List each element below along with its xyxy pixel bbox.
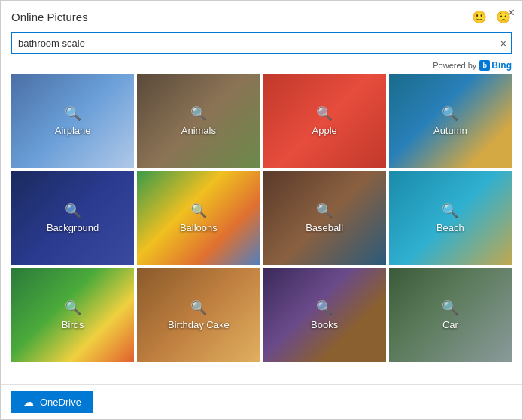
- grid-item-overlay-birds: 🔍Birds: [11, 268, 134, 362]
- bing-label: Bing: [491, 60, 512, 71]
- grid-item-search-icon-books: 🔍: [316, 300, 333, 316]
- grid-item-background[interactable]: 🔍Background: [11, 171, 134, 265]
- grid-item-beach[interactable]: 🔍Beach: [389, 171, 512, 265]
- title-bar: Online Pictures 🙂 😟 ×: [1, 1, 522, 29]
- grid-item-search-icon-car: 🔍: [442, 300, 458, 316]
- grid-item-search-icon-autumn: 🔍: [442, 105, 458, 122]
- grid-item-overlay-books: 🔍Books: [263, 268, 386, 362]
- smiley-icon-btn[interactable]: 🙂: [471, 8, 488, 25]
- grid-item-label-beach: Beach: [436, 222, 464, 233]
- bing-icon: b: [479, 60, 490, 71]
- powered-by-text: Powered by: [433, 61, 476, 70]
- dialog-title: Online Pictures: [11, 11, 88, 23]
- grid-item-autumn[interactable]: 🔍Autumn: [389, 74, 512, 168]
- grid-item-search-icon-background: 🔍: [65, 202, 81, 219]
- search-input[interactable]: [12, 33, 511, 53]
- grid-item-search-icon-animals: 🔍: [190, 105, 207, 122]
- onedrive-icon: ☁: [23, 396, 34, 408]
- image-grid: 🔍Airplane🔍Animals🔍Apple🔍Autumn🔍Backgroun…: [11, 74, 522, 362]
- grid-item-search-icon-beach: 🔍: [442, 202, 458, 219]
- grid-item-overlay-birthday-cake: 🔍Birthday Cake: [137, 268, 260, 362]
- grid-item-overlay-balloons: 🔍Balloons: [137, 171, 260, 265]
- grid-item-animals[interactable]: 🔍Animals: [137, 74, 260, 168]
- online-pictures-dialog: Online Pictures 🙂 😟 × × Powered by b Bin…: [0, 0, 523, 420]
- grid-item-label-airplane: Airplane: [55, 125, 91, 136]
- grid-item-overlay-apple: 🔍Apple: [263, 74, 386, 168]
- grid-item-overlay-animals: 🔍Animals: [137, 74, 260, 168]
- grid-item-apple[interactable]: 🔍Apple: [263, 74, 386, 168]
- grid-item-overlay-beach: 🔍Beach: [389, 171, 512, 265]
- grid-item-car[interactable]: 🔍Car: [389, 268, 512, 362]
- onedrive-label: OneDrive: [40, 397, 81, 408]
- grid-item-overlay-car: 🔍Car: [389, 268, 512, 362]
- grid-item-baseball[interactable]: 🔍Baseball: [263, 171, 386, 265]
- grid-item-birds[interactable]: 🔍Birds: [11, 268, 134, 362]
- grid-item-label-apple: Apple: [312, 125, 337, 136]
- grid-item-label-background: Background: [47, 222, 99, 233]
- grid-item-label-autumn: Autumn: [433, 125, 467, 136]
- grid-item-overlay-autumn: 🔍Autumn: [389, 74, 512, 168]
- grid-item-search-icon-birthday-cake: 🔍: [190, 300, 207, 316]
- grid-item-books[interactable]: 🔍Books: [263, 268, 386, 362]
- title-icon-group: 🙂 😟: [471, 8, 512, 25]
- grid-item-search-icon-airplane: 🔍: [65, 105, 81, 122]
- content-area[interactable]: 🔍Airplane🔍Animals🔍Apple🔍Autumn🔍Backgroun…: [1, 74, 522, 384]
- grid-item-search-icon-apple: 🔍: [316, 105, 333, 122]
- grid-item-search-icon-balloons: 🔍: [190, 202, 207, 219]
- powered-by-bar: Powered by b Bing: [1, 57, 522, 74]
- bing-logo: b Bing: [479, 60, 512, 71]
- grid-item-airplane[interactable]: 🔍Airplane: [11, 74, 134, 168]
- grid-item-search-icon-baseball: 🔍: [316, 202, 333, 219]
- search-clear-button[interactable]: ×: [500, 38, 506, 49]
- grid-item-label-animals: Animals: [181, 125, 216, 136]
- grid-item-label-birthday-cake: Birthday Cake: [168, 319, 230, 330]
- grid-item-label-baseball: Baseball: [306, 222, 343, 233]
- grid-item-label-car: Car: [442, 319, 458, 330]
- grid-item-birthday-cake[interactable]: 🔍Birthday Cake: [137, 268, 260, 362]
- grid-item-overlay-baseball: 🔍Baseball: [263, 171, 386, 265]
- grid-item-label-birds: Birds: [62, 319, 84, 330]
- grid-item-label-books: Books: [311, 319, 338, 330]
- onedrive-button[interactable]: ☁ OneDrive: [11, 391, 93, 413]
- close-button[interactable]: ×: [508, 7, 515, 19]
- search-bar: ×: [1, 29, 522, 57]
- footer: ☁ OneDrive: [1, 384, 522, 419]
- grid-item-balloons[interactable]: 🔍Balloons: [137, 171, 260, 265]
- grid-item-overlay-airplane: 🔍Airplane: [11, 74, 134, 168]
- search-input-wrapper: ×: [11, 32, 512, 54]
- grid-item-label-balloons: Balloons: [180, 222, 217, 233]
- grid-item-search-icon-birds: 🔍: [65, 300, 81, 316]
- grid-item-overlay-background: 🔍Background: [11, 171, 134, 265]
